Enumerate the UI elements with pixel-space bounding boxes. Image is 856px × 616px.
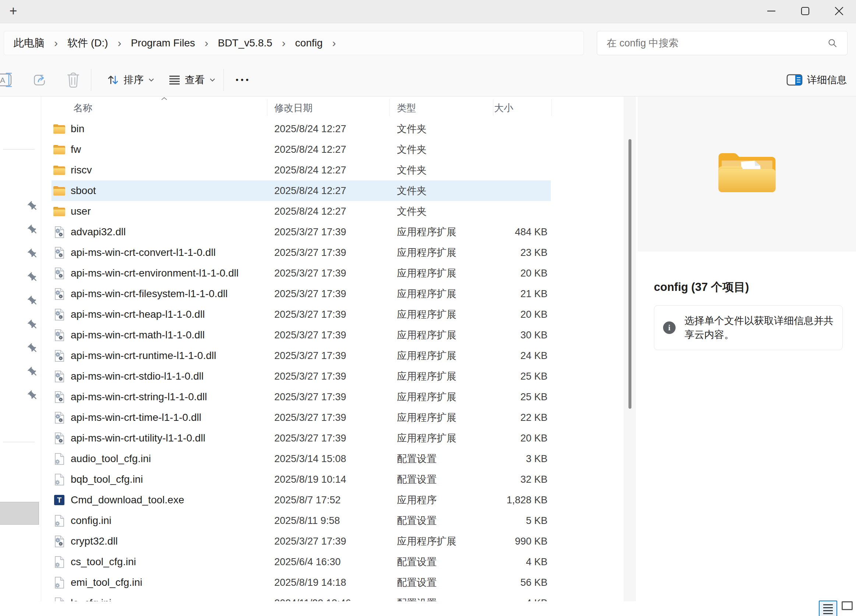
file-date: 2025/8/24 12:27 <box>274 123 346 135</box>
details-pane-toggle[interactable]: 详细信息 <box>787 64 847 96</box>
breadcrumb-item[interactable]: BDT_v5.8.5 <box>214 37 277 49</box>
svg-text:T: T <box>57 496 62 504</box>
folder-icon <box>52 122 66 136</box>
table-row[interactable]: config.ini2025/8/11 9:58配置设置5 KB <box>41 510 624 531</box>
breadcrumb[interactable]: 此电脑›软件 (D:)›Program Files›BDT_v5.8.5›con… <box>4 31 584 55</box>
file-type: 配置设置 <box>397 555 437 568</box>
nav-clipped-item[interactable] <box>0 502 39 525</box>
trash-icon <box>66 71 81 89</box>
table-row[interactable]: emi_tool_cfg.ini2025/8/19 14:18配置设置56 KB <box>41 572 624 593</box>
table-row[interactable]: api-ms-win-crt-runtime-l1-1-0.dll2025/3/… <box>41 345 624 366</box>
file-type: 应用程序扩展 <box>397 411 457 424</box>
rename-button[interactable]: A <box>0 64 15 96</box>
column-header-type[interactable]: 类型 <box>397 102 416 114</box>
pushpin-icon[interactable] <box>27 319 39 331</box>
breadcrumb-item[interactable]: 软件 (D:) <box>63 36 112 50</box>
breadcrumb-item[interactable]: 此电脑 <box>9 36 49 50</box>
column-divider[interactable] <box>493 99 493 116</box>
vertical-scrollbar[interactable] <box>624 97 636 601</box>
file-size: 56 KB <box>520 577 548 588</box>
info-card: i 选择单个文件以获取详细信息并共享云内容。 <box>654 305 843 350</box>
table-row[interactable]: fw2025/8/24 12:27文件夹 <box>41 139 624 160</box>
table-row[interactable]: bqb_tool_cfg.ini2025/8/19 10:14配置设置32 KB <box>41 469 624 490</box>
breadcrumb-chevron-icon[interactable]: › <box>112 38 126 49</box>
file-type: 应用程序扩展 <box>397 287 457 300</box>
maximize-button[interactable] <box>788 0 822 22</box>
file-name: api-ms-win-crt-time-l1-1-0.dll <box>71 412 202 424</box>
table-row[interactable]: api-ms-win-crt-time-l1-1-0.dll2025/3/27 … <box>41 407 624 428</box>
breadcrumb-chevron-icon[interactable]: › <box>327 38 341 49</box>
delete-button[interactable] <box>66 64 81 96</box>
file-type: 应用程序扩展 <box>397 328 457 342</box>
pushpin-icon[interactable] <box>27 367 39 378</box>
table-row[interactable]: api-ms-win-crt-convert-l1-1-0.dll2025/3/… <box>41 242 624 263</box>
file-type: 文件夹 <box>397 184 427 197</box>
more-button[interactable]: ••• <box>236 64 251 96</box>
close-icon <box>834 6 844 16</box>
view-button[interactable]: 查看 <box>169 64 216 96</box>
minimize-button[interactable] <box>754 0 788 22</box>
file-name: bin <box>71 123 84 135</box>
file-date: 2025/3/27 17:39 <box>274 247 346 259</box>
new-tab-button[interactable]: + <box>5 0 22 22</box>
pushpin-icon[interactable] <box>27 201 39 213</box>
folder-icon <box>52 143 66 156</box>
table-row[interactable]: user2025/8/24 12:27文件夹 <box>41 201 624 222</box>
column-divider[interactable] <box>389 99 390 116</box>
file-date: 2025/3/27 17:39 <box>274 433 346 444</box>
search-input[interactable]: 在 config 中搜索 <box>597 31 848 55</box>
pushpin-icon[interactable] <box>27 343 39 354</box>
file-size: 1,828 KB <box>507 494 548 506</box>
breadcrumb-item[interactable]: config <box>291 37 327 49</box>
table-row[interactable]: le_cfg.ini2024/11/22 13:46配置设置4 KB <box>41 593 624 601</box>
table-row[interactable]: api-ms-win-crt-string-l1-1-0.dll2025/3/2… <box>41 387 624 407</box>
column-header-date[interactable]: 修改日期 <box>274 102 313 114</box>
table-row[interactable]: api-ms-win-crt-stdio-l1-1-0.dll2025/3/27… <box>41 366 624 387</box>
file-date: 2025/8/11 9:58 <box>274 515 340 527</box>
file-size: 20 KB <box>520 433 548 444</box>
table-row[interactable]: advapi32.dll2025/3/27 17:39应用程序扩展484 KB <box>41 222 624 242</box>
breadcrumb-chevron-icon[interactable]: › <box>200 38 214 49</box>
table-row[interactable]: api-ms-win-crt-utility-l1-1-0.dll2025/3/… <box>41 428 624 448</box>
file-size: 24 KB <box>520 350 548 362</box>
details-view-toggle[interactable] <box>819 601 837 616</box>
table-row[interactable]: api-ms-win-crt-math-l1-1-0.dll2025/3/27 … <box>41 325 624 345</box>
breadcrumb-chevron-icon[interactable]: › <box>49 38 63 49</box>
table-row[interactable]: sboot2025/8/24 12:27文件夹 <box>41 180 624 201</box>
pushpin-icon[interactable] <box>27 224 39 236</box>
table-row[interactable]: TCmd_download_tool.exe2025/8/7 17:52应用程序… <box>41 490 624 510</box>
table-row[interactable]: riscv2025/8/24 12:27文件夹 <box>41 160 624 180</box>
table-row[interactable]: api-ms-win-crt-environment-l1-1-0.dll202… <box>41 263 624 283</box>
pushpin-icon[interactable] <box>27 272 39 283</box>
file-size: 25 KB <box>520 391 548 403</box>
table-row[interactable]: crypt32.dll2025/3/27 17:39应用程序扩展990 KB <box>41 531 624 551</box>
breadcrumb-chevron-icon[interactable]: › <box>277 38 291 49</box>
column-header-name[interactable]: 名称 <box>73 102 92 114</box>
breadcrumb-item[interactable]: Program Files <box>126 37 199 49</box>
folder-icon <box>52 205 66 218</box>
share-button[interactable] <box>31 64 48 96</box>
ini-icon <box>52 514 66 527</box>
table-row[interactable]: bin2025/8/24 12:27文件夹 <box>41 119 624 139</box>
nav-divider <box>3 149 35 149</box>
table-row[interactable]: audio_tool_cfg.ini2025/3/14 15:08配置设置3 K… <box>41 448 624 469</box>
scrollbar-thumb[interactable] <box>628 139 631 409</box>
column-divider[interactable] <box>267 99 267 116</box>
icons-view-toggle[interactable] <box>842 601 853 610</box>
table-row[interactable]: api-ms-win-crt-heap-l1-1-0.dll2025/3/27 … <box>41 304 624 325</box>
column-divider[interactable] <box>551 99 552 116</box>
sort-button[interactable]: 排序 <box>107 64 155 96</box>
file-type: 应用程序扩展 <box>397 246 457 259</box>
pushpin-icon[interactable] <box>27 295 39 307</box>
chevron-down-icon <box>148 78 155 82</box>
table-row[interactable]: cs_tool_cfg.ini2025/6/4 16:30配置设置4 KB <box>41 551 624 572</box>
table-row[interactable]: api-ms-win-crt-filesystem-l1-1-0.dll2025… <box>41 283 624 304</box>
column-header-size[interactable]: 大小 <box>494 102 513 114</box>
file-name: api-ms-win-crt-convert-l1-1-0.dll <box>71 247 216 259</box>
file-name: api-ms-win-crt-stdio-l1-1-0.dll <box>71 370 203 382</box>
ini-icon <box>52 596 66 601</box>
close-button[interactable] <box>822 0 856 22</box>
pushpin-icon[interactable] <box>27 390 39 402</box>
ini-icon <box>52 576 66 589</box>
pushpin-icon[interactable] <box>27 248 39 260</box>
